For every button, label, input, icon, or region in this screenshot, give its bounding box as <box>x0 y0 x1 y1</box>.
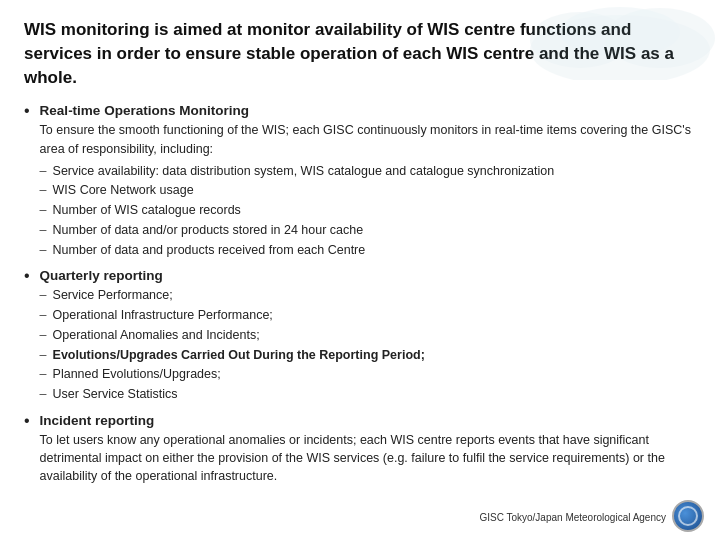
quarterly-item-4: Planned Evolutions/Upgrades; <box>53 365 221 384</box>
section-realtime-content: Real-time Operations Monitoring To ensur… <box>40 103 696 260</box>
section-quarterly-title: Quarterly reporting <box>40 268 696 283</box>
section-quarterly: • Quarterly reporting – Service Performa… <box>24 268 696 405</box>
footer-text: GISC Tokyo/Japan Meteorological Agency <box>479 512 666 523</box>
footer: GISC Tokyo/Japan Meteorological Agency <box>479 500 704 532</box>
list-item: – Evolutions/Upgrades Carried Out During… <box>40 346 696 365</box>
dash-icon: – <box>40 346 47 365</box>
realtime-item-2: Number of WIS catalogue records <box>53 201 241 220</box>
section-realtime-title: Real-time Operations Monitoring <box>40 103 696 118</box>
bullet-dot-realtime: • <box>24 102 30 120</box>
quarterly-sub-items: – Service Performance; – Operational Inf… <box>40 286 696 404</box>
list-item: – Operational Infrastructure Performance… <box>40 306 696 325</box>
dash-icon: – <box>40 221 47 240</box>
dash-icon: – <box>40 306 47 325</box>
realtime-item-0: Service availability: data distribution … <box>53 162 555 181</box>
list-item: – Operational Anomalies and Incidents; <box>40 326 696 345</box>
quarterly-item-1: Operational Infrastructure Performance; <box>53 306 273 325</box>
dash-icon: – <box>40 385 47 404</box>
list-item: – Service availability: data distributio… <box>40 162 696 181</box>
realtime-item-4: Number of data and products received fro… <box>53 241 366 260</box>
list-item: – Service Performance; <box>40 286 696 305</box>
section-quarterly-content: Quarterly reporting – Service Performanc… <box>40 268 696 405</box>
dash-icon: – <box>40 201 47 220</box>
logo-inner-circle <box>678 506 698 526</box>
section-realtime: • Real-time Operations Monitoring To ens… <box>24 103 696 260</box>
quarterly-item-2: Operational Anomalies and Incidents; <box>53 326 260 345</box>
quarterly-item-3: Evolutions/Upgrades Carried Out During t… <box>53 346 425 365</box>
list-item: – Number of WIS catalogue records <box>40 201 696 220</box>
dash-icon: – <box>40 326 47 345</box>
list-item: – WIS Core Network usage <box>40 181 696 200</box>
list-item: – Number of data and products received f… <box>40 241 696 260</box>
dash-icon: – <box>40 181 47 200</box>
bullet-dot-incident: • <box>24 412 30 430</box>
bullet-dot-quarterly: • <box>24 267 30 285</box>
section-incident-desc: To let users know any operational anomal… <box>40 431 696 485</box>
quarterly-item-0: Service Performance; <box>53 286 173 305</box>
list-item: – User Service Statistics <box>40 385 696 404</box>
quarterly-item-5: User Service Statistics <box>53 385 178 404</box>
list-item: – Number of data and/or products stored … <box>40 221 696 240</box>
dash-icon: – <box>40 365 47 384</box>
list-item: – Planned Evolutions/Upgrades; <box>40 365 696 384</box>
dash-icon: – <box>40 162 47 181</box>
dash-icon: – <box>40 286 47 305</box>
section-incident-content: Incident reporting To let users know any… <box>40 413 696 489</box>
section-incident: • Incident reporting To let users know a… <box>24 413 696 489</box>
page-header: WIS monitoring is aimed at monitor avail… <box>24 18 696 89</box>
section-realtime-desc: To ensure the smooth functioning of the … <box>40 121 696 157</box>
logo-icon <box>672 500 704 532</box>
realtime-item-1: WIS Core Network usage <box>53 181 194 200</box>
realtime-item-3: Number of data and/or products stored in… <box>53 221 364 240</box>
realtime-sub-items: – Service availability: data distributio… <box>40 162 696 260</box>
dash-icon: – <box>40 241 47 260</box>
page: WIS monitoring is aimed at monitor avail… <box>0 0 720 540</box>
section-incident-title: Incident reporting <box>40 413 696 428</box>
